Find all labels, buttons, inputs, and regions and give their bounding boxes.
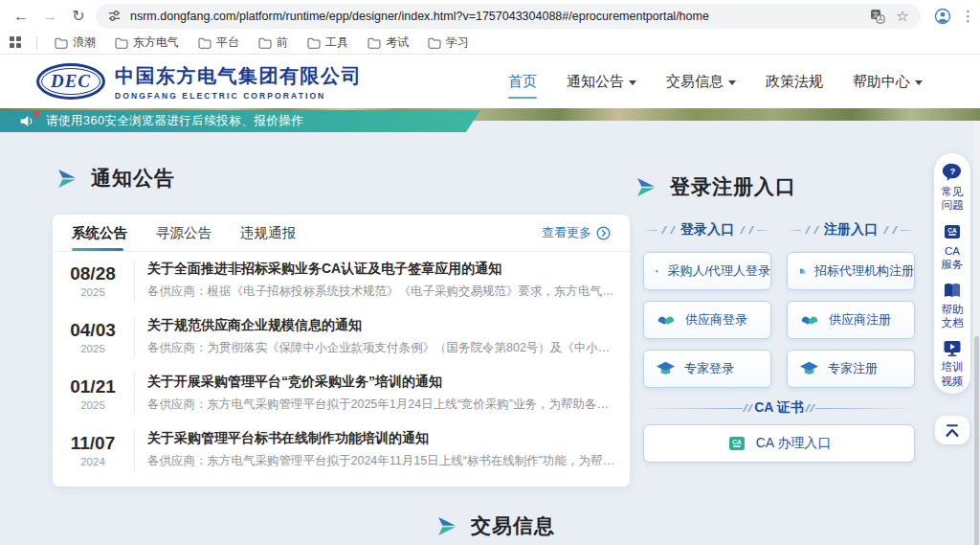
speaker-icon	[19, 114, 36, 129]
agency-register-button[interactable]: 招标代理机构注册	[787, 252, 915, 290]
back-icon[interactable]: ←	[10, 5, 33, 28]
notice-row[interactable]: 08/28 2025 关于全面推进非招标采购业务CA认证及电子签章应用的通知 各…	[53, 252, 630, 308]
register-column-header: 注册入口	[824, 221, 878, 238]
bookmark-item[interactable]: 东方电气	[107, 33, 187, 53]
nav-label: 通知公告	[567, 73, 624, 91]
bookmark-item[interactable]: 考试	[360, 33, 416, 53]
folder-icon	[307, 37, 321, 49]
tab-system-notices[interactable]: 系统公告	[72, 215, 127, 251]
divider	[134, 429, 135, 471]
rail-item-training-videos[interactable]: 培训视频	[941, 339, 964, 388]
ca-apply-label: CA 办理入口	[756, 435, 832, 452]
supplier-register-button[interactable]: 供应商注册	[787, 301, 915, 339]
nav-item-policies[interactable]: 政策法规	[764, 67, 825, 97]
tune-icon[interactable]	[105, 8, 122, 25]
notice-desc: 各供应商：东方电气采购管理平台拟于2025年1月24日上线“竞价采购”业务，为帮…	[147, 397, 614, 413]
supplier-login-button[interactable]: 供应商登录	[643, 301, 771, 339]
nav-item-help-center[interactable]: 帮助中心	[851, 67, 924, 97]
rail-item-label: 帮助文档	[941, 303, 964, 330]
chrome-menu-icon[interactable]: ⋮	[961, 8, 975, 25]
bookmark-star-icon[interactable]: ☆	[894, 8, 911, 25]
company-logo[interactable]: DEC 中国东方电气集团有限公司 DONGFANG ELECTRIC CORPO…	[36, 63, 362, 101]
notice-title: 关于全面推进非招标采购业务CA认证及电子签章应用的通知	[147, 261, 614, 278]
grad-cap-icon	[799, 361, 819, 376]
tab-violation-reports[interactable]: 违规通报	[240, 215, 296, 251]
apps-grid-icon[interactable]	[10, 36, 23, 50]
nav-label: 首页	[508, 73, 537, 91]
circle-chevron-right-icon	[596, 226, 611, 240]
question-bubble-icon: ?	[943, 163, 963, 182]
folder-icon	[428, 37, 441, 49]
expert-register-button[interactable]: 专家注册	[787, 350, 915, 388]
rail-item-faq[interactable]: ? 常见问题	[941, 163, 964, 213]
notice-desc: 各供应商：东方电气采购管理平台拟于2024年11月15日上线“标书在线制作”功能…	[147, 453, 614, 469]
tab-sourcing-notices[interactable]: 寻源公告	[156, 215, 212, 251]
section-title: 交易信息	[471, 512, 555, 539]
ca-card-icon: CA	[943, 222, 962, 241]
ca-apply-button[interactable]: CA CA 办理入口	[643, 424, 915, 463]
bookmark-item[interactable]: 学习	[420, 33, 477, 53]
nav-item-trade-info[interactable]: 交易信息	[664, 67, 738, 97]
buyer-agent-login-button[interactable]: 采购人/代理人登录	[643, 252, 771, 290]
notice-date: 01/21 2025	[64, 376, 122, 411]
trade-info-section-header: 交易信息	[435, 512, 555, 539]
bookmarks-bar: 浪潮 东方电气 平台 前 工具 考试 学习	[0, 32, 980, 55]
nav-label: 交易信息	[666, 73, 724, 91]
section-title: 通知公告	[91, 165, 175, 192]
building-icon	[656, 261, 658, 281]
caret-down-icon	[629, 80, 636, 85]
building-icon	[799, 261, 806, 281]
bookmark-item[interactable]: 前	[251, 33, 296, 53]
notice-row[interactable]: 04/03 2025 关于规范供应商企业规模信息的通知 各供应商：为贯彻落实《保…	[53, 308, 630, 365]
company-name-cn: 中国东方电气集团有限公司	[115, 63, 362, 89]
section-title: 登录注册入口	[670, 173, 796, 200]
scrollbar-track[interactable]	[973, 121, 980, 545]
bookmark-item[interactable]: 工具	[300, 33, 356, 53]
date-year: 2025	[64, 343, 122, 354]
notice-date: 11/07 2024	[64, 433, 122, 467]
divider	[36, 36, 37, 50]
bookmark-label: 平台	[216, 34, 239, 51]
dec-logo-oval: DEC	[36, 63, 105, 100]
notice-card: 系统公告 寻源公告 违规通报 查看更多 08/28 2025 关于全面推进非招标…	[53, 215, 630, 487]
folder-icon	[198, 37, 212, 49]
entry-column-headers: 登录入口 注册入口	[643, 221, 915, 238]
scroll-to-top-button[interactable]	[935, 416, 969, 444]
entry-button-grid: 采购人/代理人登录 招标代理机构注册 供应商登录	[643, 252, 915, 388]
view-more-link[interactable]: 查看更多	[542, 224, 611, 241]
nav-item-notices[interactable]: 通知公告	[565, 67, 638, 97]
page: ← → ↻ nsrm.dongfang.com/platform/runtime…	[0, 0, 980, 545]
svg-text:A: A	[879, 15, 883, 22]
rail-item-label: 常见问题	[941, 185, 964, 213]
forward-icon[interactable]: →	[38, 5, 61, 28]
company-name-en: DONGFANG ELECTRIC CORPORATION	[115, 91, 362, 101]
reload-icon[interactable]: ↻	[67, 5, 90, 28]
nav-item-home[interactable]: 首页	[506, 67, 539, 97]
scrollbar-thumb[interactable]	[974, 336, 979, 545]
profile-avatar-icon[interactable]	[934, 8, 951, 25]
svg-text:CA: CA	[732, 439, 742, 445]
bookmark-item[interactable]: 浪潮	[47, 33, 103, 53]
date-monthday: 11/07	[64, 433, 122, 454]
notice-row[interactable]: 01/21 2025 关于开展采购管理平台“竞价采购业务”培训的通知 各供应商：…	[53, 365, 630, 421]
bookmark-label: 东方电气	[133, 34, 179, 51]
bookmark-label: 前	[277, 34, 288, 51]
rail-item-help-docs[interactable]: 帮助文档	[941, 282, 964, 330]
dec-logo-text: DEC	[51, 71, 91, 92]
to-top-icon	[944, 423, 961, 438]
address-bar[interactable]: nsrm.dongfang.com/platform/runtime/epp/d…	[96, 4, 921, 29]
login-column-header: 登录入口	[680, 221, 734, 238]
expert-login-button[interactable]: 专家登录	[643, 350, 771, 388]
alert-dot	[33, 111, 39, 117]
bookmark-item[interactable]: 平台	[190, 33, 247, 53]
view-more-label: 查看更多	[542, 224, 591, 241]
translate-icon[interactable]: 文 A	[869, 8, 886, 25]
notice-title: 关于采购管理平台标书在线制作功能培训的通知	[147, 430, 614, 447]
announcement-ticker: 请使用360安全浏览器进行后续投标、报价操作	[0, 110, 480, 132]
svg-text:CA: CA	[947, 226, 957, 233]
section-arrow-icon	[635, 177, 657, 197]
entry-button-label: 专家登录	[684, 360, 734, 377]
notice-row[interactable]: 11/07 2024 关于采购管理平台标书在线制作功能培训的通知 各供应商：东方…	[53, 421, 630, 478]
nav-label: 帮助中心	[853, 73, 910, 91]
rail-item-ca-service[interactable]: CA CA服务	[941, 222, 964, 272]
